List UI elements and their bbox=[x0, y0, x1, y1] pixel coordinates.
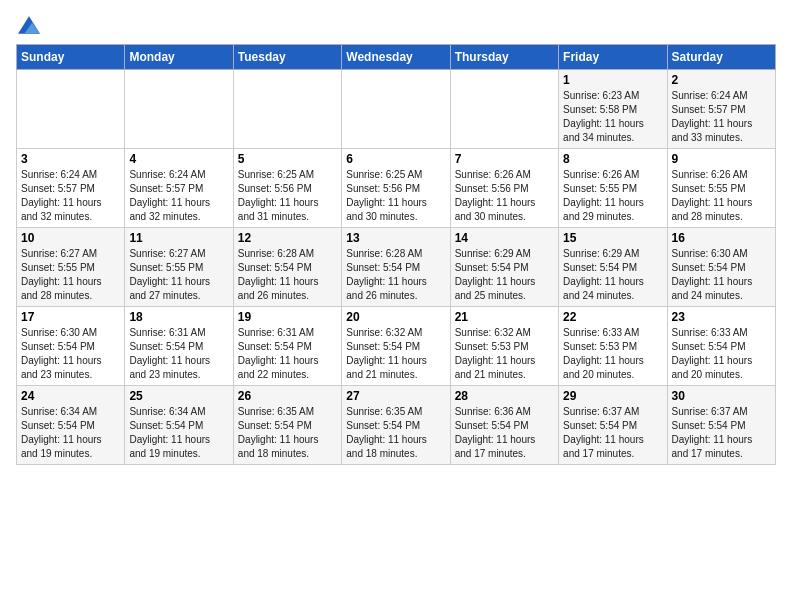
weekday-header-saturday: Saturday bbox=[667, 45, 775, 70]
day-number: 14 bbox=[455, 231, 554, 245]
calendar-cell: 30Sunrise: 6:37 AM Sunset: 5:54 PM Dayli… bbox=[667, 386, 775, 465]
calendar-cell: 24Sunrise: 6:34 AM Sunset: 5:54 PM Dayli… bbox=[17, 386, 125, 465]
calendar-cell: 29Sunrise: 6:37 AM Sunset: 5:54 PM Dayli… bbox=[559, 386, 667, 465]
day-info: Sunrise: 6:26 AM Sunset: 5:55 PM Dayligh… bbox=[672, 168, 771, 224]
calendar-cell: 3Sunrise: 6:24 AM Sunset: 5:57 PM Daylig… bbox=[17, 149, 125, 228]
day-number: 4 bbox=[129, 152, 228, 166]
day-number: 19 bbox=[238, 310, 337, 324]
calendar-cell: 28Sunrise: 6:36 AM Sunset: 5:54 PM Dayli… bbox=[450, 386, 558, 465]
day-info: Sunrise: 6:24 AM Sunset: 5:57 PM Dayligh… bbox=[129, 168, 228, 224]
calendar-cell bbox=[233, 70, 341, 149]
day-number: 28 bbox=[455, 389, 554, 403]
calendar-body: 1Sunrise: 6:23 AM Sunset: 5:58 PM Daylig… bbox=[17, 70, 776, 465]
day-info: Sunrise: 6:37 AM Sunset: 5:54 PM Dayligh… bbox=[672, 405, 771, 461]
calendar-cell: 15Sunrise: 6:29 AM Sunset: 5:54 PM Dayli… bbox=[559, 228, 667, 307]
calendar-cell: 12Sunrise: 6:28 AM Sunset: 5:54 PM Dayli… bbox=[233, 228, 341, 307]
calendar-cell: 21Sunrise: 6:32 AM Sunset: 5:53 PM Dayli… bbox=[450, 307, 558, 386]
weekday-header-wednesday: Wednesday bbox=[342, 45, 450, 70]
day-info: Sunrise: 6:32 AM Sunset: 5:53 PM Dayligh… bbox=[455, 326, 554, 382]
day-info: Sunrise: 6:33 AM Sunset: 5:54 PM Dayligh… bbox=[672, 326, 771, 382]
day-info: Sunrise: 6:26 AM Sunset: 5:55 PM Dayligh… bbox=[563, 168, 662, 224]
day-number: 1 bbox=[563, 73, 662, 87]
day-number: 18 bbox=[129, 310, 228, 324]
calendar-header: SundayMondayTuesdayWednesdayThursdayFrid… bbox=[17, 45, 776, 70]
day-info: Sunrise: 6:27 AM Sunset: 5:55 PM Dayligh… bbox=[21, 247, 120, 303]
day-number: 24 bbox=[21, 389, 120, 403]
day-number: 9 bbox=[672, 152, 771, 166]
weekday-header-monday: Monday bbox=[125, 45, 233, 70]
day-info: Sunrise: 6:27 AM Sunset: 5:55 PM Dayligh… bbox=[129, 247, 228, 303]
day-info: Sunrise: 6:23 AM Sunset: 5:58 PM Dayligh… bbox=[563, 89, 662, 145]
day-info: Sunrise: 6:34 AM Sunset: 5:54 PM Dayligh… bbox=[129, 405, 228, 461]
logo-area bbox=[16, 16, 40, 34]
calendar-cell bbox=[450, 70, 558, 149]
calendar-cell: 1Sunrise: 6:23 AM Sunset: 5:58 PM Daylig… bbox=[559, 70, 667, 149]
calendar-cell bbox=[125, 70, 233, 149]
day-info: Sunrise: 6:35 AM Sunset: 5:54 PM Dayligh… bbox=[238, 405, 337, 461]
calendar-cell bbox=[17, 70, 125, 149]
day-info: Sunrise: 6:30 AM Sunset: 5:54 PM Dayligh… bbox=[21, 326, 120, 382]
day-number: 20 bbox=[346, 310, 445, 324]
header bbox=[16, 16, 776, 34]
day-number: 17 bbox=[21, 310, 120, 324]
calendar-cell: 27Sunrise: 6:35 AM Sunset: 5:54 PM Dayli… bbox=[342, 386, 450, 465]
day-info: Sunrise: 6:28 AM Sunset: 5:54 PM Dayligh… bbox=[238, 247, 337, 303]
day-number: 16 bbox=[672, 231, 771, 245]
day-info: Sunrise: 6:35 AM Sunset: 5:54 PM Dayligh… bbox=[346, 405, 445, 461]
calendar-cell: 10Sunrise: 6:27 AM Sunset: 5:55 PM Dayli… bbox=[17, 228, 125, 307]
day-number: 11 bbox=[129, 231, 228, 245]
day-number: 5 bbox=[238, 152, 337, 166]
calendar-cell: 22Sunrise: 6:33 AM Sunset: 5:53 PM Dayli… bbox=[559, 307, 667, 386]
calendar-cell: 17Sunrise: 6:30 AM Sunset: 5:54 PM Dayli… bbox=[17, 307, 125, 386]
calendar-cell: 7Sunrise: 6:26 AM Sunset: 5:56 PM Daylig… bbox=[450, 149, 558, 228]
calendar-cell: 25Sunrise: 6:34 AM Sunset: 5:54 PM Dayli… bbox=[125, 386, 233, 465]
day-info: Sunrise: 6:26 AM Sunset: 5:56 PM Dayligh… bbox=[455, 168, 554, 224]
day-number: 27 bbox=[346, 389, 445, 403]
weekday-row: SundayMondayTuesdayWednesdayThursdayFrid… bbox=[17, 45, 776, 70]
day-info: Sunrise: 6:33 AM Sunset: 5:53 PM Dayligh… bbox=[563, 326, 662, 382]
logo bbox=[16, 16, 40, 34]
day-info: Sunrise: 6:31 AM Sunset: 5:54 PM Dayligh… bbox=[129, 326, 228, 382]
calendar-cell: 5Sunrise: 6:25 AM Sunset: 5:56 PM Daylig… bbox=[233, 149, 341, 228]
weekday-header-friday: Friday bbox=[559, 45, 667, 70]
day-info: Sunrise: 6:25 AM Sunset: 5:56 PM Dayligh… bbox=[346, 168, 445, 224]
day-number: 8 bbox=[563, 152, 662, 166]
day-info: Sunrise: 6:28 AM Sunset: 5:54 PM Dayligh… bbox=[346, 247, 445, 303]
calendar-cell: 20Sunrise: 6:32 AM Sunset: 5:54 PM Dayli… bbox=[342, 307, 450, 386]
day-number: 25 bbox=[129, 389, 228, 403]
calendar-cell: 6Sunrise: 6:25 AM Sunset: 5:56 PM Daylig… bbox=[342, 149, 450, 228]
day-number: 10 bbox=[21, 231, 120, 245]
day-number: 13 bbox=[346, 231, 445, 245]
day-info: Sunrise: 6:29 AM Sunset: 5:54 PM Dayligh… bbox=[455, 247, 554, 303]
weekday-header-sunday: Sunday bbox=[17, 45, 125, 70]
day-info: Sunrise: 6:36 AM Sunset: 5:54 PM Dayligh… bbox=[455, 405, 554, 461]
calendar-week-4: 17Sunrise: 6:30 AM Sunset: 5:54 PM Dayli… bbox=[17, 307, 776, 386]
day-number: 7 bbox=[455, 152, 554, 166]
weekday-header-thursday: Thursday bbox=[450, 45, 558, 70]
calendar-week-3: 10Sunrise: 6:27 AM Sunset: 5:55 PM Dayli… bbox=[17, 228, 776, 307]
day-info: Sunrise: 6:32 AM Sunset: 5:54 PM Dayligh… bbox=[346, 326, 445, 382]
calendar-cell bbox=[342, 70, 450, 149]
day-number: 26 bbox=[238, 389, 337, 403]
day-number: 22 bbox=[563, 310, 662, 324]
day-info: Sunrise: 6:29 AM Sunset: 5:54 PM Dayligh… bbox=[563, 247, 662, 303]
day-info: Sunrise: 6:24 AM Sunset: 5:57 PM Dayligh… bbox=[672, 89, 771, 145]
day-info: Sunrise: 6:30 AM Sunset: 5:54 PM Dayligh… bbox=[672, 247, 771, 303]
day-info: Sunrise: 6:24 AM Sunset: 5:57 PM Dayligh… bbox=[21, 168, 120, 224]
day-info: Sunrise: 6:31 AM Sunset: 5:54 PM Dayligh… bbox=[238, 326, 337, 382]
calendar-week-2: 3Sunrise: 6:24 AM Sunset: 5:57 PM Daylig… bbox=[17, 149, 776, 228]
calendar-week-5: 24Sunrise: 6:34 AM Sunset: 5:54 PM Dayli… bbox=[17, 386, 776, 465]
logo-icon bbox=[18, 16, 40, 34]
calendar-cell: 11Sunrise: 6:27 AM Sunset: 5:55 PM Dayli… bbox=[125, 228, 233, 307]
day-number: 12 bbox=[238, 231, 337, 245]
calendar-cell: 2Sunrise: 6:24 AM Sunset: 5:57 PM Daylig… bbox=[667, 70, 775, 149]
day-number: 3 bbox=[21, 152, 120, 166]
calendar-cell: 26Sunrise: 6:35 AM Sunset: 5:54 PM Dayli… bbox=[233, 386, 341, 465]
day-number: 15 bbox=[563, 231, 662, 245]
calendar-cell: 9Sunrise: 6:26 AM Sunset: 5:55 PM Daylig… bbox=[667, 149, 775, 228]
calendar-week-1: 1Sunrise: 6:23 AM Sunset: 5:58 PM Daylig… bbox=[17, 70, 776, 149]
calendar-cell: 19Sunrise: 6:31 AM Sunset: 5:54 PM Dayli… bbox=[233, 307, 341, 386]
day-number: 6 bbox=[346, 152, 445, 166]
day-number: 21 bbox=[455, 310, 554, 324]
calendar-cell: 18Sunrise: 6:31 AM Sunset: 5:54 PM Dayli… bbox=[125, 307, 233, 386]
